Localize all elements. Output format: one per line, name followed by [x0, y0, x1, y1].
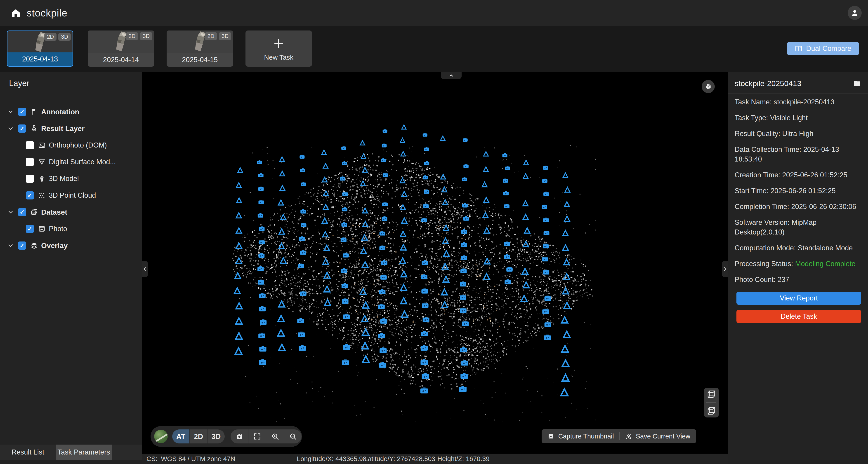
dual-compare-label: Dual Compare: [806, 44, 851, 53]
layer-checkbox[interactable]: [26, 175, 34, 183]
layer-row-orthophoto[interactable]: Orthophoto (DOM): [0, 137, 142, 154]
collapse-taskbar-handle[interactable]: [441, 72, 462, 79]
task-strip: 2D 3D 2025-04-13 2D 3D 2025-04-14: [0, 26, 868, 72]
field-completion-time: Completion Time:2025-06-26 02:30:06: [735, 202, 862, 211]
save-current-view-button[interactable]: Save Current View: [636, 433, 690, 440]
task-card-2025-04-14[interactable]: 2D 3D 2025-04-14: [88, 31, 154, 67]
layer-label: Overlay: [41, 241, 68, 250]
new-task-button[interactable]: + New Task: [246, 31, 312, 67]
divider: [728, 94, 868, 94]
layer-row-result-layer[interactable]: Result Layer: [0, 120, 142, 137]
plus-icon: +: [274, 36, 284, 51]
layer-checkbox[interactable]: [26, 158, 34, 166]
chevron-left-icon: [142, 266, 148, 272]
layer-row-3d-point-cloud[interactable]: 3D Point Cloud: [0, 187, 142, 204]
layer-row-overlay[interactable]: Overlay: [0, 237, 142, 254]
photo-icon: [38, 225, 46, 233]
capture-thumbnail-icon: [548, 433, 554, 440]
viewport-toolbar: AT 2D 3D: [151, 426, 302, 447]
map-viewport[interactable]: AT 2D 3D: [142, 72, 728, 454]
detail-panel-title: stockpile-20250413: [735, 79, 801, 88]
layer-checkbox[interactable]: [18, 125, 26, 133]
layer-row-dsm[interactable]: Digital Surface Mod...: [0, 154, 142, 170]
cube-icon: [704, 83, 712, 90]
screenshot-button[interactable]: [230, 429, 248, 443]
layer-row-dataset[interactable]: Dataset: [0, 204, 142, 221]
latitude-readout: Latitude/Y: 2767428.503: [364, 455, 435, 463]
badge-3d: 3D: [219, 32, 231, 40]
task-detail-panel: stockpile-20250413 Task Name:stockpile-2…: [728, 72, 868, 464]
top-bar: stockpile: [0, 0, 868, 26]
layers-icon: [30, 242, 38, 250]
cs-selector[interactable]: WGS 84 / UTM zone 47N: [161, 455, 235, 463]
save-view-icon: [625, 433, 632, 440]
layer-checkbox[interactable]: [26, 225, 34, 233]
wireframe-cube-icon[interactable]: [706, 406, 716, 416]
new-task-label: New Task: [264, 54, 293, 61]
layer-label: Dataset: [41, 208, 67, 217]
flag-icon: [30, 108, 38, 115]
mode-3d-button[interactable]: 3D: [208, 429, 225, 443]
status-bar: CS: WGS 84 / UTM zone 47N Longitude/X: 4…: [142, 454, 728, 464]
layer-row-3d-model[interactable]: 3D Model: [0, 170, 142, 187]
collapse-right-panel-handle[interactable]: [722, 261, 728, 277]
field-creation-time: Creation Time:2025-06-26 01:52:25: [735, 170, 862, 180]
divider: [619, 432, 620, 440]
zoom-out-button[interactable]: [284, 429, 302, 443]
field-task-type: Task Type:Visible Light: [735, 113, 862, 123]
folder-icon[interactable]: [853, 79, 861, 88]
layer-row-annotation[interactable]: Annotation: [0, 103, 142, 120]
dual-compare-icon: [795, 45, 802, 53]
minimap-thumbnail[interactable]: [154, 430, 168, 443]
zoom-in-icon: [271, 432, 279, 440]
capture-thumbnail-button[interactable]: Capture Thumbnail: [558, 433, 614, 440]
zoom-in-button[interactable]: [266, 429, 284, 443]
layer-row-photo[interactable]: Photo: [0, 221, 142, 237]
layer-checkbox[interactable]: [26, 141, 34, 149]
task-card-2025-04-15[interactable]: 2D 3D 2025-04-15: [166, 31, 233, 67]
badge-2d: 2D: [205, 32, 217, 40]
medal-icon: [30, 125, 38, 132]
tab-result-list[interactable]: Result List: [0, 444, 56, 460]
field-processing-status: Processing Status:Modeling Complete: [735, 259, 862, 269]
fit-extent-button[interactable]: [248, 429, 266, 443]
tab-task-parameters[interactable]: Task Parameters: [56, 444, 112, 460]
view-mode-switch: AT 2D 3D: [172, 429, 225, 443]
chevron-down-icon[interactable]: [7, 209, 14, 216]
delete-task-button[interactable]: Delete Task: [737, 310, 861, 323]
field-software-version: Software Version:MipMap Desktop(2.0.10): [735, 218, 862, 237]
layer-checkbox[interactable]: [18, 241, 26, 250]
view-actions-pill: Capture Thumbnail Save Current View: [541, 429, 696, 443]
dual-compare-button[interactable]: Dual Compare: [787, 42, 859, 55]
user-avatar-icon[interactable]: [848, 6, 862, 20]
layer-label: Photo: [49, 225, 67, 233]
view-cube-button[interactable]: [702, 80, 715, 93]
longitude-readout: Longitude/X: 443365.98: [297, 455, 366, 463]
layer-checkbox[interactable]: [18, 208, 26, 216]
wireframe-cube-icon[interactable]: [706, 389, 716, 399]
chevron-right-icon: [722, 266, 728, 272]
model-icon: [38, 175, 46, 183]
mode-at-button[interactable]: AT: [172, 429, 190, 443]
field-task-name: Task Name:stockpile-20250413: [735, 97, 862, 107]
chevron-down-icon[interactable]: [7, 242, 14, 249]
home-icon[interactable]: [10, 7, 22, 19]
chevron-down-icon[interactable]: [230, 455, 236, 461]
layer-checkbox[interactable]: [18, 108, 26, 116]
bottom-tabs: Result List Task Parameters: [0, 444, 142, 460]
app-title: stockpile: [27, 7, 67, 19]
field-computation-mode: Computation Mode:Standalone Mode: [735, 243, 862, 253]
mode-2d-button[interactable]: 2D: [190, 429, 208, 443]
field-data-collection-time: Data Collection Time:2025-04-13 18:53:40: [735, 144, 862, 164]
camera-icon: [235, 432, 243, 440]
task-card-2025-04-13[interactable]: 2D 3D 2025-04-13: [7, 31, 73, 67]
badge-3d: 3D: [58, 33, 71, 41]
task-date-label: 2025-04-15: [166, 53, 233, 67]
chevron-down-icon[interactable]: [7, 108, 14, 115]
divider: [706, 402, 716, 403]
layer-label: Result Layer: [41, 125, 85, 133]
view-report-button[interactable]: View Report: [737, 292, 861, 305]
collapse-left-panel-handle[interactable]: [142, 261, 148, 277]
layer-checkbox[interactable]: [26, 191, 34, 199]
chevron-down-icon[interactable]: [7, 125, 14, 132]
